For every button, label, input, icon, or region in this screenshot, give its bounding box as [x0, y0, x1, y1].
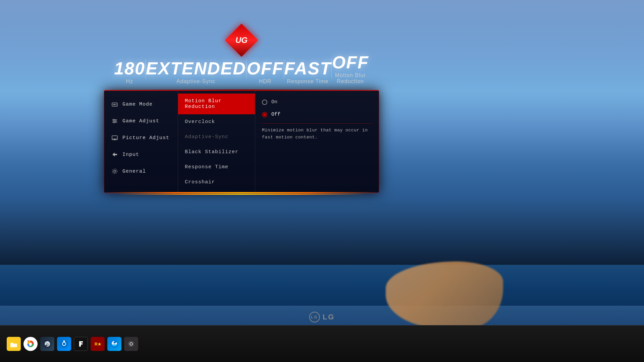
stat-adaptive-value: EXTENDED — [146, 60, 246, 77]
general-icon — [111, 168, 118, 175]
option-on-label: On — [271, 99, 277, 105]
taskbar-file-explorer[interactable] — [7, 337, 21, 351]
radio-off — [262, 112, 267, 117]
lg-gaming-logo: UG — [230, 28, 253, 52]
taskbar-epic[interactable] — [74, 337, 88, 351]
svg-point-37 — [112, 169, 117, 174]
menu-picture-adjust-label: Picture Adjust — [122, 135, 169, 141]
hand — [386, 261, 503, 328]
taskbar-obs[interactable] — [124, 337, 138, 351]
stat-hdr-label: HDR — [247, 78, 283, 84]
stat-response: FAST Response Time — [284, 60, 331, 84]
svg-point-25 — [116, 105, 116, 105]
taskbar-edge[interactable] — [107, 337, 121, 351]
svg-point-30 — [115, 120, 116, 122]
stat-mbr-value: OFF — [332, 54, 369, 71]
logo-text: UG — [235, 36, 248, 45]
menu-panel[interactable]: Game Mode Game Adjust — [104, 90, 379, 193]
stat-mbr-label: Motion BlurReduction — [332, 72, 369, 84]
radio-dot-off — [263, 113, 266, 116]
option-off-label: Off — [271, 112, 280, 117]
osd-stats-bar: 180 Hz EXTENDED Adaptive-Sync OFF HDR FA… — [104, 54, 379, 89]
lg-text: LG — [323, 313, 335, 321]
svg-point-29 — [113, 119, 114, 120]
svg-rect-39 — [10, 344, 17, 347]
stat-adaptive-label: Adaptive-Sync — [146, 78, 246, 84]
taskbar: R★ — [0, 325, 644, 362]
stat-response-label: Response Time — [284, 78, 331, 84]
taskbar-ubisoft[interactable] — [57, 337, 71, 351]
picture-adjust-icon — [111, 134, 118, 141]
options-panel: On Off Minimize motion blur that may occ… — [255, 91, 379, 192]
taskbar-rdr2[interactable]: R★ — [91, 337, 105, 351]
submenu-crosshair[interactable]: Crosshair — [178, 175, 255, 190]
menu-game-mode-label: Game Mode — [122, 102, 153, 107]
svg-point-42 — [29, 343, 32, 345]
logo-diamond: UG — [225, 24, 258, 57]
option-on[interactable]: On — [262, 96, 372, 108]
menu-general-label: General — [122, 169, 146, 174]
radio-on — [262, 100, 267, 105]
menu-input-label: Input — [122, 152, 139, 158]
option-description: Minimize motion blur that may occur in f… — [262, 127, 372, 141]
stat-hz-value: 180 — [114, 60, 145, 77]
svg-text:R★: R★ — [95, 342, 101, 347]
submenu-overclock[interactable]: Overclock — [178, 114, 255, 129]
svg-rect-40 — [10, 342, 13, 343]
lg-circle-icon: LG — [309, 312, 320, 322]
submenu-motion-blur[interactable]: Motion Blur Reduction — [178, 94, 255, 114]
menu-item-game-mode[interactable]: Game Mode — [104, 96, 178, 113]
menu-item-general[interactable]: General — [104, 163, 178, 180]
stat-adaptive: EXTENDED Adaptive-Sync — [146, 60, 246, 84]
stat-hdr-value: OFF — [247, 60, 283, 77]
svg-point-55 — [130, 343, 132, 345]
submenu-response-time[interactable]: Response Time — [178, 160, 255, 175]
submenu-black-stabilizer[interactable]: Black Stabilizer — [178, 144, 255, 160]
game-adjust-icon — [111, 117, 118, 125]
option-divider — [262, 123, 372, 124]
stat-hz-label: Hz — [114, 78, 145, 84]
taskbar-steam[interactable] — [40, 337, 54, 351]
main-menu: Game Mode Game Adjust — [104, 91, 178, 192]
menu-game-adjust-label: Game Adjust — [122, 118, 159, 124]
submenu-adaptive-sync: Adaptive-Sync — [178, 129, 255, 144]
submenu-overclock-label: Overclock — [185, 119, 215, 125]
stat-mbr: OFF Motion BlurReduction — [332, 54, 369, 84]
stat-hz: 180 Hz — [114, 60, 145, 84]
submenu-crosshair-label: Crosshair — [185, 179, 215, 185]
taskbar-chrome[interactable] — [23, 337, 38, 351]
svg-point-36 — [114, 170, 116, 172]
svg-point-21 — [113, 104, 114, 105]
bottom-light-strip — [104, 194, 379, 195]
stat-hdr: OFF HDR — [247, 60, 283, 84]
lg-brand-logo: LG LG — [309, 312, 335, 322]
sub-menu: Motion Blur Reduction Overclock Adaptive… — [178, 91, 255, 192]
stat-response-value: FAST — [284, 60, 331, 77]
game-mode-icon — [111, 101, 118, 108]
submenu-adaptive-sync-label: Adaptive-Sync — [185, 134, 228, 140]
osd-menu: UG 180 Hz EXTENDED Adaptive-Sync OFF HDR… — [104, 54, 379, 195]
submenu-motion-blur-label: Motion Blur Reduction — [185, 98, 222, 110]
menu-item-input[interactable]: Input — [104, 146, 178, 163]
menu-item-game-adjust[interactable]: Game Adjust — [104, 113, 178, 129]
svg-point-31 — [113, 122, 115, 123]
svg-point-44 — [47, 344, 48, 346]
submenu-response-time-label: Response Time — [185, 164, 228, 170]
svg-point-47 — [63, 340, 65, 342]
svg-rect-23 — [114, 105, 115, 105]
svg-point-24 — [116, 104, 116, 105]
submenu-black-stabilizer-label: Black Stabilizer — [185, 149, 238, 155]
option-off[interactable]: Off — [262, 108, 372, 121]
menu-item-picture-adjust[interactable]: Picture Adjust — [104, 129, 178, 146]
input-icon — [111, 151, 118, 158]
